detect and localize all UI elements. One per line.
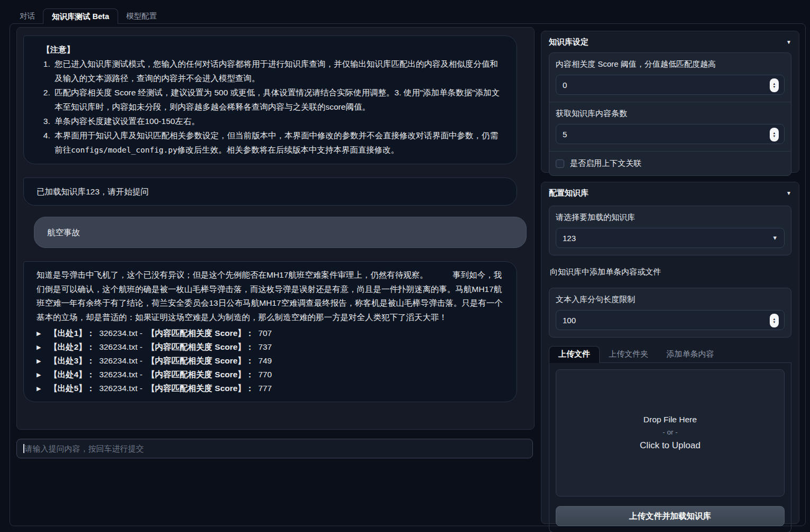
kb-select-value: 123 bbox=[563, 234, 576, 243]
kb-select-dropdown[interactable]: 123 ▾ bbox=[556, 228, 785, 248]
source-file: 326234.txt - bbox=[99, 382, 143, 395]
kb-settings-group: 内容相关度 Score 阈值，分值越低匹配度越高 0 ▲▼ 获取知识库内容条数 … bbox=[549, 52, 791, 176]
source-label: 【出处5】： bbox=[49, 382, 95, 395]
score-threshold-value: 0 bbox=[563, 81, 567, 90]
source-file: 326234.txt - bbox=[99, 340, 143, 354]
notice-title: 【注意】 bbox=[42, 42, 504, 57]
accordion-header-kb-settings[interactable]: 知识库设定 ▼ bbox=[549, 31, 791, 52]
accordion-collapse-icon: ▼ bbox=[786, 39, 791, 45]
number-spinner[interactable]: ▲▼ bbox=[770, 314, 779, 327]
context-checkbox[interactable] bbox=[556, 159, 564, 168]
dropdown-caret-icon: ▾ bbox=[773, 234, 777, 242]
source-score: 737 bbox=[258, 340, 272, 354]
source-score: 749 bbox=[258, 354, 272, 368]
dropzone-or: - or - bbox=[663, 426, 678, 439]
source-label: 【出处4】： bbox=[49, 368, 95, 382]
sentence-size-value: 100 bbox=[563, 316, 576, 325]
notice-item-text: 修改后生效。相关参数将在后续版本中支持本界面直接修改。 bbox=[177, 145, 399, 154]
sentence-size-input[interactable]: 100 ▲▼ bbox=[556, 310, 785, 330]
add-content-label: 向知识库中添加单条内容或文件 bbox=[550, 267, 790, 277]
accordion-title: 知识库设定 bbox=[549, 37, 589, 47]
query-input[interactable] bbox=[25, 444, 527, 453]
source-score: 777 bbox=[258, 382, 272, 395]
accordion-kb-settings: 知识库设定 ▼ 内容相关度 Score 阈值，分值越低匹配度越高 0 ▲▼ 获取… bbox=[541, 31, 799, 173]
expand-arrow-icon: ▶ bbox=[37, 354, 49, 368]
source-file: 326234.txt - bbox=[99, 326, 143, 340]
answer-text: 知道是导弹击中飞机了，这个已没有异议；但是这个先例能否在MH17航班空难案件审理… bbox=[37, 268, 504, 324]
context-checkbox-label: 是否启用上下文关联 bbox=[570, 158, 642, 169]
source-score: 770 bbox=[258, 368, 272, 382]
context-checkbox-row[interactable]: 是否启用上下文关联 bbox=[549, 151, 791, 175]
notice-item: 本界面用于知识入库及知识匹配相关参数设定，但当前版本中，本界面中修改的参数并不会… bbox=[52, 128, 504, 157]
source-score-label: 【内容匹配相关度 Score】： bbox=[147, 340, 254, 354]
file-dropzone[interactable]: Drop File Here - or - Click to Upload bbox=[556, 369, 785, 496]
kb-select-section: 请选择要加载的知识库 123 ▾ bbox=[549, 206, 791, 255]
topk-value: 5 bbox=[563, 130, 567, 139]
source-score-label: 【内容匹配相关度 Score】： bbox=[147, 382, 254, 395]
accordion-collapse-icon: ▼ bbox=[786, 190, 791, 196]
source-expander[interactable]: ▶ 【出处1】： 326234.txt - 【内容匹配相关度 Score】： 7… bbox=[37, 326, 504, 340]
text-cursor bbox=[23, 444, 24, 453]
dropzone-line2: Click to Upload bbox=[640, 439, 700, 453]
sentence-size-group: 文本入库分句长度限制 100 ▲▼ bbox=[549, 288, 791, 338]
accordion-title: 配置知识库 bbox=[549, 188, 589, 198]
upload-and-load-kb-button[interactable]: 上传文件并加载知识库 bbox=[556, 506, 785, 526]
dropzone-line1: Drop File Here bbox=[644, 413, 697, 426]
tab-kb-test[interactable]: 知识库测试 Beta bbox=[43, 8, 118, 24]
notice-item: 您已进入知识库测试模式，您输入的任何对话内容都将用于进行知识库查询，并仅输出知识… bbox=[52, 57, 504, 85]
source-expander[interactable]: ▶ 【出处4】： 326234.txt - 【内容匹配相关度 Score】： 7… bbox=[37, 368, 504, 382]
chat-message-bot-loaded: 已加载知识库123，请开始提问 bbox=[23, 178, 517, 206]
upload-tab-panel: Drop File Here - or - Click to Upload 上传… bbox=[549, 363, 791, 532]
app-root: 对话 知识库测试 Beta 模型配置 【注意】 您已进入知识库测试模式，您输入的… bbox=[0, 0, 810, 532]
sentence-size-section: 文本入库分句长度限制 100 ▲▼ bbox=[549, 288, 791, 337]
accordion-kb-config: 配置知识库 ▼ 请选择要加载的知识库 123 ▾ 向知识库中添加单条内容或文件 … bbox=[541, 182, 799, 524]
kb-select-group: 请选择要加载的知识库 123 ▾ bbox=[549, 206, 791, 255]
source-expander[interactable]: ▶ 【出处2】： 326234.txt - 【内容匹配相关度 Score】： 7… bbox=[37, 340, 504, 354]
source-list: ▶ 【出处1】： 326234.txt - 【内容匹配相关度 Score】： 7… bbox=[37, 326, 504, 395]
source-label: 【出处1】： bbox=[49, 326, 95, 340]
source-score-label: 【内容匹配相关度 Score】： bbox=[147, 354, 254, 368]
chat-message-bot-notice: 【注意】 您已进入知识库测试模式，您输入的任何对话内容都将用于进行知识库查询，并… bbox=[23, 36, 517, 164]
spinner-down-icon[interactable]: ▼ bbox=[773, 85, 776, 88]
notice-code-path: configs/model_config.py bbox=[71, 146, 177, 154]
tab-upload-folder[interactable]: 上传文件夹 bbox=[600, 347, 657, 362]
source-score: 707 bbox=[258, 326, 272, 340]
query-input-container bbox=[16, 439, 533, 458]
tab-add-single-content[interactable]: 添加单条内容 bbox=[657, 347, 723, 362]
tab-dialog[interactable]: 对话 bbox=[12, 8, 43, 24]
number-spinner[interactable]: ▲▼ bbox=[770, 128, 779, 141]
source-score-label: 【内容匹配相关度 Score】： bbox=[147, 368, 254, 382]
tab-model-config[interactable]: 模型配置 bbox=[118, 8, 165, 24]
chat-message-user: 航空事故 bbox=[34, 217, 527, 248]
source-expander[interactable]: ▶ 【出处3】： 326234.txt - 【内容匹配相关度 Score】： 7… bbox=[37, 354, 504, 368]
accordion-header-kb-config[interactable]: 配置知识库 ▼ bbox=[549, 182, 791, 203]
upload-tabbar: 上传文件 上传文件夹 添加单条内容 bbox=[549, 346, 791, 363]
topk-section: 获取知识库内容条数 5 ▲▼ bbox=[549, 102, 791, 151]
notice-list: 您已进入知识库测试模式，您输入的任何对话内容都将用于进行知识库查询，并仅输出知识… bbox=[37, 57, 504, 157]
tab-content-panel: 【注意】 您已进入知识库测试模式，您输入的任何对话内容都将用于进行知识库查询，并… bbox=[10, 23, 806, 526]
notice-item: 匹配内容相关度 Score 经测试，建议设置为 500 或更低，具体设置情况请结… bbox=[52, 85, 504, 114]
tab-upload-file[interactable]: 上传文件 bbox=[549, 346, 600, 363]
spinner-down-icon[interactable]: ▼ bbox=[773, 135, 776, 138]
score-threshold-label: 内容相关度 Score 阈值，分值越低匹配度越高 bbox=[556, 59, 785, 69]
notice-item: 单条内容长度建议设置在100-150左右。 bbox=[52, 114, 504, 128]
chat-message-bot-answer: 知道是导弹击中飞机了，这个已没有异议；但是这个先例能否在MH17航班空难案件审理… bbox=[23, 261, 517, 402]
spinner-down-icon[interactable]: ▼ bbox=[773, 321, 776, 324]
source-score-label: 【内容匹配相关度 Score】： bbox=[147, 326, 254, 340]
source-label: 【出处3】： bbox=[49, 354, 95, 368]
score-threshold-section: 内容相关度 Score 阈值，分值越低匹配度越高 0 ▲▼ bbox=[549, 53, 791, 102]
source-file: 326234.txt - bbox=[99, 354, 143, 368]
expand-arrow-icon: ▶ bbox=[37, 368, 49, 382]
source-expander[interactable]: ▶ 【出处5】： 326234.txt - 【内容匹配相关度 Score】： 7… bbox=[37, 382, 504, 395]
source-file: 326234.txt - bbox=[99, 368, 143, 382]
score-threshold-input[interactable]: 0 ▲▼ bbox=[556, 75, 785, 95]
expand-arrow-icon: ▶ bbox=[37, 382, 49, 395]
number-spinner[interactable]: ▲▼ bbox=[770, 78, 779, 92]
top-tabbar: 对话 知识库测试 Beta 模型配置 bbox=[12, 8, 165, 24]
expand-arrow-icon: ▶ bbox=[37, 326, 49, 340]
kb-select-label: 请选择要加载的知识库 bbox=[556, 212, 785, 223]
topk-label: 获取知识库内容条数 bbox=[556, 109, 785, 119]
topk-input[interactable]: 5 ▲▼ bbox=[556, 124, 785, 144]
expand-arrow-icon: ▶ bbox=[37, 340, 49, 354]
source-label: 【出处2】： bbox=[49, 340, 95, 354]
